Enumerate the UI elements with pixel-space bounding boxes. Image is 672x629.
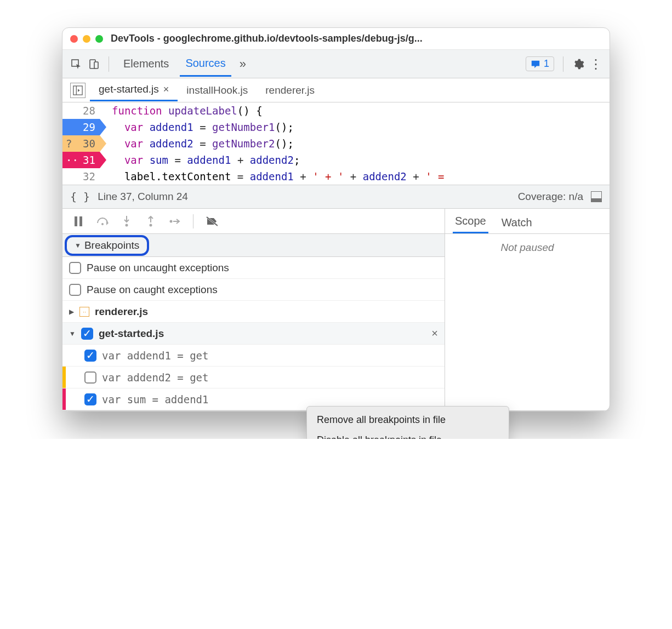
line-number[interactable]: 28 xyxy=(62,102,106,119)
minimize-window-button[interactable] xyxy=(83,35,90,43)
kebab-menu-icon[interactable]: ⋮ xyxy=(590,58,602,70)
svg-rect-2 xyxy=(94,62,98,68)
step-into-icon[interactable] xyxy=(121,215,133,227)
tab-elements[interactable]: Elements xyxy=(118,52,174,76)
breakpoints-header-highlight: ▼ Breakpoints xyxy=(65,235,149,256)
line-number[interactable]: 32 xyxy=(62,168,106,185)
step-out-icon[interactable] xyxy=(145,215,157,227)
breakpoint-code-label: var addend1 = get xyxy=(102,350,208,362)
issues-button[interactable]: 1 xyxy=(526,56,554,71)
close-tab-icon[interactable]: × xyxy=(163,84,169,95)
file-tab-installhook[interactable]: installHook.js xyxy=(178,80,257,101)
breakpoint-item[interactable]: var addend2 = get xyxy=(62,367,445,388)
breakpoints-section-header[interactable]: ▼ Breakpoints xyxy=(62,234,445,257)
expand-triangle-icon[interactable]: ▶ xyxy=(69,308,74,316)
step-icon[interactable] xyxy=(169,215,181,227)
breakpoint-checkbox[interactable]: ✓ xyxy=(84,350,96,362)
svg-point-7 xyxy=(101,223,104,225)
breakpoint-checkbox[interactable] xyxy=(84,371,96,384)
file-tab-renderer[interactable]: renderer.js xyxy=(257,80,323,101)
code-editor[interactable]: 2829?30··3132 function updateLabel() { v… xyxy=(62,102,610,185)
code-line[interactable]: var addend1 = getNumber1(); xyxy=(112,119,610,135)
expand-triangle-icon[interactable]: ▼ xyxy=(69,330,76,338)
debugger-left-pane: ▼ Breakpoints Pause on uncaught exceptio… xyxy=(62,209,445,410)
toolbar-divider xyxy=(109,56,109,72)
dock-bottom-icon[interactable] xyxy=(591,191,602,202)
code-line[interactable]: function updateLabel() { xyxy=(112,102,610,119)
breakpoint-file-group[interactable]: ▼ ✓ get-started.js × xyxy=(62,323,445,345)
breakpoint-file-group[interactable]: ▶ ·· renderer.js xyxy=(62,301,445,323)
pause-uncaught-checkbox[interactable] xyxy=(69,262,81,274)
pretty-print-icon[interactable]: { } xyxy=(70,190,90,203)
main-toolbar: Elements Sources » 1 ⋮ xyxy=(62,50,610,78)
file-tabs-bar: get-started.js × installHook.js renderer… xyxy=(62,78,610,102)
pause-icon[interactable] xyxy=(72,215,84,227)
line-number[interactable]: 29 xyxy=(62,119,106,135)
line-number[interactable]: ?30 xyxy=(62,135,106,152)
svg-point-10 xyxy=(170,220,173,222)
maximize-window-button[interactable] xyxy=(95,35,103,43)
editor-statusbar: { } Line 37, Column 24 Coverage: n/a xyxy=(62,185,610,209)
pause-uncaught-row[interactable]: Pause on uncaught exceptions xyxy=(62,257,445,279)
breakpoint-code-label: var sum = addend1 xyxy=(102,393,208,405)
toolbar-divider xyxy=(563,56,563,72)
scope-tab[interactable]: Scope xyxy=(453,210,488,233)
scope-watch-tabs: Scope Watch xyxy=(445,209,610,234)
navigator-toggle-icon[interactable] xyxy=(70,83,86,98)
remove-group-icon[interactable]: × xyxy=(431,327,438,340)
line-number[interactable]: ··31 xyxy=(62,152,106,168)
expand-triangle-icon: ▼ xyxy=(75,242,81,249)
source-content[interactable]: function updateLabel() { var addend1 = g… xyxy=(106,102,610,185)
code-line[interactable]: var addend2 = getNumber2(); xyxy=(112,135,610,152)
svg-point-9 xyxy=(150,224,152,226)
breakpoint-context-menu: Remove all breakpoints in fileDisable al… xyxy=(306,406,509,439)
debugger-right-pane: Scope Watch Not paused xyxy=(445,209,610,410)
device-toggle-icon[interactable] xyxy=(88,58,100,70)
devtools-window: DevTools - googlechrome.github.io/devtoo… xyxy=(62,27,610,411)
svg-rect-5 xyxy=(75,216,77,226)
context-menu-item[interactable]: Remove all breakpoints in file xyxy=(307,410,509,430)
breakpoint-checkbox[interactable]: ✓ xyxy=(84,393,96,405)
context-menu-item[interactable]: Disable all breakpoints in file xyxy=(307,430,509,439)
tab-sources[interactable]: Sources xyxy=(180,52,231,77)
debugger-toolbar xyxy=(62,209,445,234)
breakpoint-color-bar xyxy=(62,367,66,388)
cursor-position: Line 37, Column 24 xyxy=(98,191,188,203)
line-gutter[interactable]: 2829?30··3132 xyxy=(62,102,106,185)
window-title: DevTools - googlechrome.github.io/devtoo… xyxy=(111,33,423,44)
close-window-button[interactable] xyxy=(70,35,78,43)
breakpoint-code-label: var addend2 = get xyxy=(102,371,208,384)
issues-count: 1 xyxy=(544,58,549,70)
breakpoint-color-bar xyxy=(62,388,66,410)
not-paused-message: Not paused xyxy=(445,234,610,261)
pause-caught-checkbox[interactable] xyxy=(69,284,81,296)
settings-gear-icon[interactable] xyxy=(572,58,584,70)
code-line[interactable]: var sum = addend1 + addend2; xyxy=(112,152,610,168)
js-file-icon: ·· xyxy=(79,307,89,317)
more-tabs-icon[interactable]: » xyxy=(237,58,249,70)
step-over-icon[interactable] xyxy=(96,215,109,227)
pause-caught-row[interactable]: Pause on caught exceptions xyxy=(62,279,445,301)
code-line[interactable]: label.textContent = addend1 + ' + ' + ad… xyxy=(112,168,610,185)
watch-tab[interactable]: Watch xyxy=(499,212,534,233)
deactivate-breakpoints-icon[interactable] xyxy=(206,215,218,227)
debugger-panes: ▼ Breakpoints Pause on uncaught exceptio… xyxy=(62,209,610,411)
svg-point-8 xyxy=(126,224,128,226)
file-tab-get-started[interactable]: get-started.js × xyxy=(90,79,178,101)
traffic-lights xyxy=(70,35,103,43)
window-titlebar: DevTools - googlechrome.github.io/devtoo… xyxy=(62,28,610,50)
file-group-checkbox[interactable]: ✓ xyxy=(81,328,93,340)
coverage-label: Coverage: n/a xyxy=(518,191,583,203)
breakpoint-item[interactable]: ✓var addend1 = get xyxy=(62,345,445,367)
svg-rect-6 xyxy=(79,216,82,226)
inspect-element-icon[interactable] xyxy=(70,58,82,70)
